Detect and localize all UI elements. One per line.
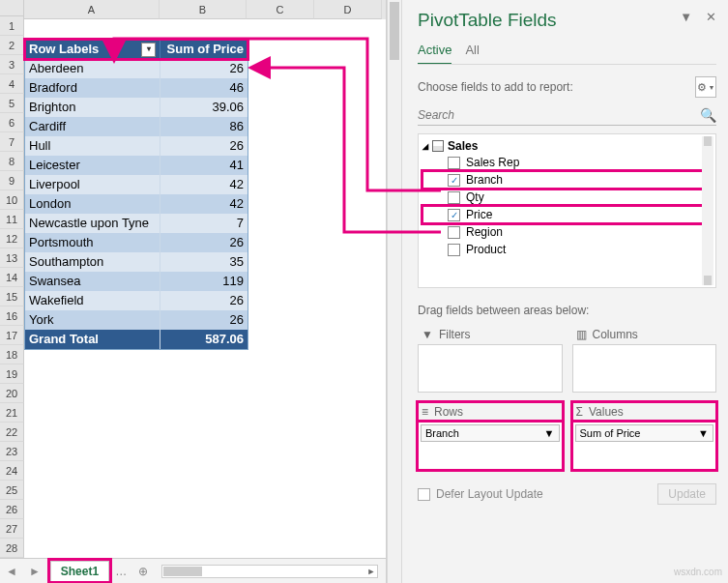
row-header[interactable]: 6	[0, 113, 24, 132]
sheet-tabs-more[interactable]: …	[109, 565, 132, 578]
pivot-data-row[interactable]: Newcastle upon Tyne7	[25, 214, 248, 233]
select-all-corner[interactable]	[0, 0, 24, 16]
pivot-row-value: 26	[160, 310, 248, 330]
row-header[interactable]: 7	[0, 132, 24, 152]
new-sheet-button[interactable]: ⊕	[132, 565, 154, 578]
field-item-branch[interactable]: ✓Branch	[422, 171, 712, 189]
area-values[interactable]: ΣValues Sum of Price▼	[572, 402, 717, 470]
fieldlist-scrollbar[interactable]	[702, 136, 713, 285]
pivot-data-row[interactable]: Aberdeen26	[25, 59, 248, 78]
drag-areas-label: Drag fields between areas below:	[418, 304, 716, 317]
col-header-a[interactable]: A	[24, 0, 160, 19]
row-labels-filter-dropdown[interactable]: ▾	[141, 43, 156, 57]
field-list[interactable]: ◢ Sales Sales Rep✓BranchQty✓PriceRegionP…	[418, 133, 716, 288]
row-header[interactable]: 26	[0, 500, 24, 519]
row-header[interactable]: 9	[0, 171, 24, 190]
pane-menu-icon[interactable]: ▼	[680, 10, 692, 24]
row-header[interactable]: 16	[0, 306, 24, 326]
sheet-tab-1[interactable]: Sheet1	[50, 561, 109, 581]
row-header[interactable]: 10	[0, 190, 24, 210]
row-header[interactable]: 2	[0, 36, 24, 55]
fields-settings-button[interactable]: ⚙▼	[695, 76, 716, 98]
row-header[interactable]: 23	[0, 442, 24, 461]
pivot-data-row[interactable]: York26	[25, 310, 248, 330]
tab-all[interactable]: All	[465, 43, 479, 65]
col-header-b[interactable]: B	[160, 0, 247, 19]
area-filters[interactable]: ▼Filters	[418, 325, 563, 393]
field-checkbox[interactable]: ✓	[448, 209, 460, 221]
pivot-data-row[interactable]: Liverpool42	[25, 175, 248, 194]
row-header[interactable]: 12	[0, 229, 24, 248]
row-header[interactable]: 21	[0, 403, 24, 423]
row-header[interactable]: 13	[0, 248, 24, 268]
row-header[interactable]: 19	[0, 364, 24, 384]
pivot-data-row[interactable]: Hull26	[25, 136, 248, 156]
row-header[interactable]: 4	[0, 74, 24, 94]
pivot-row-label: Newcastle upon Tyne	[25, 214, 160, 233]
pivot-data-row[interactable]: Cardiff86	[25, 117, 248, 136]
row-header[interactable]: 27	[0, 519, 24, 539]
row-header[interactable]: 3	[0, 55, 24, 74]
field-item-region[interactable]: Region	[422, 223, 712, 241]
pivot-data-row[interactable]: Swansea119	[25, 272, 248, 291]
field-checkbox[interactable]	[448, 191, 460, 204]
col-header-d[interactable]: D	[314, 0, 382, 19]
area-columns[interactable]: ▥Columns	[572, 325, 717, 393]
field-name: Product	[466, 243, 506, 256]
row-header[interactable]: 25	[0, 481, 24, 500]
field-item-sales-rep[interactable]: Sales Rep	[422, 154, 712, 171]
field-checkbox[interactable]	[448, 226, 460, 239]
rows-pill-branch[interactable]: Branch▼	[421, 424, 560, 442]
pivot-row-value: 119	[160, 272, 248, 291]
field-item-product[interactable]: Product	[422, 241, 712, 258]
pane-close-icon[interactable]: ✕	[706, 10, 716, 24]
pivot-data-row[interactable]: London42	[25, 194, 248, 214]
row-header[interactable]: 18	[0, 345, 24, 364]
row-header[interactable]: 24	[0, 461, 24, 481]
field-checkbox[interactable]	[448, 157, 460, 169]
pivot-data-row[interactable]: Portsmouth26	[25, 233, 248, 252]
search-input[interactable]	[418, 108, 700, 122]
field-checkbox[interactable]: ✓	[448, 174, 460, 187]
pivot-grand-total-row[interactable]: Grand Total 587.06	[25, 330, 248, 349]
tab-nav-next[interactable]: ►	[23, 565, 46, 578]
pivot-data-row[interactable]: Wakefield26	[25, 291, 248, 310]
horizontal-scrollbar[interactable]: ◄►	[161, 565, 378, 578]
table-node-sales[interactable]: ◢ Sales	[422, 138, 712, 154]
pivot-data-row[interactable]: Southampton35	[25, 252, 248, 272]
row-header[interactable]: 17	[0, 326, 24, 345]
row-header[interactable]: 28	[0, 539, 24, 558]
pill-dropdown-icon[interactable]: ▼	[698, 427, 709, 439]
row-header[interactable]: 8	[0, 152, 24, 171]
field-item-qty[interactable]: Qty	[422, 189, 712, 206]
row-header[interactable]: 5	[0, 94, 24, 113]
pivot-data-row[interactable]: Bradford46	[25, 78, 248, 98]
defer-layout-row[interactable]: Defer Layout Update	[418, 487, 543, 501]
row-header[interactable]: 22	[0, 423, 24, 442]
collapse-icon[interactable]: ◢	[422, 142, 428, 151]
defer-checkbox[interactable]	[418, 488, 430, 501]
pivot-header-row[interactable]: Row Labels▾ Sum of Price	[25, 40, 248, 59]
column-headers[interactable]: A B C D	[24, 0, 386, 19]
field-item-price[interactable]: ✓Price	[422, 206, 712, 223]
field-search[interactable]: 🔍	[418, 105, 716, 126]
vertical-scrollbar[interactable]	[387, 0, 402, 583]
pivot-data-row[interactable]: Brighton39.06	[25, 98, 248, 117]
row-header[interactable]: 1	[0, 16, 24, 36]
tab-nav-prev[interactable]: ◄	[0, 565, 23, 578]
grid[interactable]: A B C D Row Labels▾ Sum of Price Aberdee…	[24, 0, 386, 558]
row-header[interactable]: 14	[0, 268, 24, 287]
row-header[interactable]: 15	[0, 287, 24, 306]
row-header[interactable]: 11	[0, 210, 24, 229]
pivot-row-label: Wakefield	[25, 291, 160, 310]
pill-dropdown-icon[interactable]: ▼	[544, 427, 555, 439]
pivot-table[interactable]: Row Labels▾ Sum of Price Aberdeen26Bradf…	[24, 39, 248, 350]
tab-active[interactable]: Active	[418, 43, 451, 65]
area-rows[interactable]: ≡Rows Branch▼	[418, 402, 563, 470]
update-button[interactable]: Update	[657, 483, 716, 505]
col-header-c[interactable]: C	[247, 0, 314, 19]
pivot-data-row[interactable]: Leicester41	[25, 156, 248, 175]
row-header[interactable]: 20	[0, 384, 24, 403]
field-checkbox[interactable]	[448, 244, 460, 256]
values-pill-sumofprice[interactable]: Sum of Price▼	[575, 424, 714, 442]
